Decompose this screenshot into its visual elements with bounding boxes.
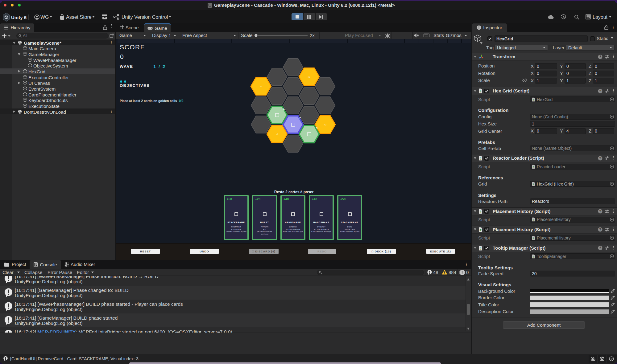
svg-text:#: # [533, 255, 534, 258]
svg-text:2: 2 [299, 117, 301, 120]
svg-text:#: # [480, 157, 482, 160]
svg-text:#: # [480, 228, 482, 231]
svg-text:#: # [533, 183, 534, 186]
svg-text:?: ? [599, 228, 601, 231]
svg-text:?: ? [599, 55, 601, 59]
svg-text:#: # [533, 165, 534, 168]
svg-text:#: # [533, 218, 534, 221]
svg-text:x2: x2 [260, 85, 263, 88]
svg-text:?: ? [599, 89, 601, 93]
svg-text:?: ? [599, 157, 601, 160]
svg-text:#: # [533, 236, 534, 239]
svg-text:?: ? [599, 246, 601, 250]
svg-text:1: 1 [283, 107, 284, 110]
svg-text:x2: x2 [324, 123, 327, 126]
svg-text:?: ? [599, 210, 601, 213]
svg-text:#: # [480, 247, 482, 250]
svg-text:#: # [480, 210, 482, 213]
svg-text:3: 3 [316, 127, 317, 130]
svg-text:x2: x2 [308, 76, 311, 78]
svg-text:#: # [480, 90, 482, 93]
svg-text:#: # [533, 98, 534, 101]
svg-text:x2: x2 [276, 133, 279, 136]
